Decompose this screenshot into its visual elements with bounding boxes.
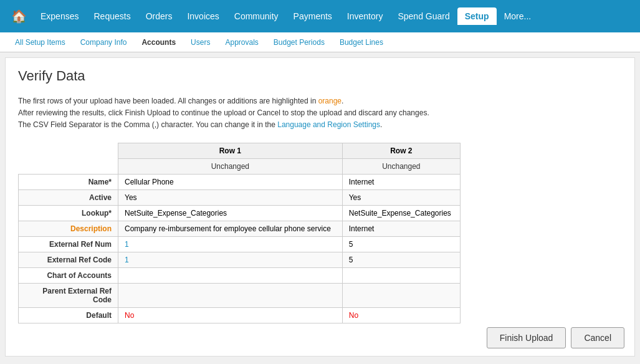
table-corner	[19, 143, 118, 158]
finish-upload-button[interactable]: Finish Upload	[487, 327, 566, 348]
row-label: External Ref Num	[19, 236, 118, 252]
sub-nav-budget-lines[interactable]: Budget Lines	[332, 34, 391, 50]
sub-navigation: All Setup Items Company Info Accounts Us…	[0, 32, 640, 52]
sub-header-empty	[19, 158, 118, 174]
table-row: DefaultNoNo	[19, 307, 461, 323]
cancel-button[interactable]: Cancel	[571, 327, 624, 348]
table-header-row: Row 1 Row 2	[19, 143, 461, 158]
sub-nav-users[interactable]: Users	[183, 34, 217, 50]
language-region-link[interactable]: Language and Region Settings	[277, 120, 380, 129]
nav-item-setup[interactable]: Setup	[457, 7, 497, 25]
info-orange-highlight: orange	[318, 97, 341, 105]
row-col2: Internet	[342, 221, 460, 236]
row-label: Parent External Ref Code	[19, 283, 118, 307]
info-text: The first rows of your upload have been …	[18, 95, 622, 132]
nav-item-requests[interactable]: Requests	[86, 7, 138, 25]
nav-item-expenses[interactable]: Expenses	[33, 7, 86, 25]
col2-header: Row 2	[342, 143, 460, 158]
row-label: Active	[19, 189, 118, 205]
row-col1[interactable]: 1	[118, 252, 343, 267]
col1-link[interactable]: 1	[125, 256, 129, 264]
table-row: Chart of Accounts	[19, 267, 461, 283]
row-col2: 5	[342, 252, 460, 267]
nav-item-inventory[interactable]: Inventory	[340, 7, 391, 25]
top-navigation: 🏠 Expenses Requests Orders Invoices Comm…	[0, 0, 640, 32]
row-col2	[342, 283, 460, 307]
sub-nav-approvals[interactable]: Approvals	[217, 34, 265, 50]
sub-nav-accounts[interactable]: Accounts	[134, 34, 183, 50]
row-label: Lookup*	[19, 205, 118, 221]
nav-item-orders[interactable]: Orders	[138, 7, 180, 25]
row-col1[interactable]: 1	[118, 236, 343, 252]
table-row: Name*Cellular PhoneInternet	[19, 174, 461, 189]
col2-sub-header: Unchanged	[342, 158, 460, 174]
info-line2: After reviewing the results, click Finis…	[18, 108, 429, 117]
row-col1	[118, 267, 343, 283]
nav-item-community[interactable]: Community	[227, 7, 286, 25]
sub-nav-budget-periods[interactable]: Budget Periods	[266, 34, 332, 50]
row-col2: NetSuite_Expense_Categories	[342, 205, 460, 221]
bottom-bar: Finish Upload Cancel	[487, 327, 624, 348]
col1-link[interactable]: 1	[125, 240, 129, 249]
verify-data-table: Row 1 Row 2 Unchanged Unchanged Name*Cel…	[18, 143, 461, 323]
row-col1: Cellular Phone	[118, 174, 343, 189]
page-title: Verify Data	[18, 68, 622, 84]
col1-header: Row 1	[118, 143, 343, 158]
row-label: Default	[19, 307, 118, 323]
info-line1-start: The first rows of your upload have been …	[18, 97, 318, 105]
info-line3-start: The CSV Field Separator is the Comma (,)…	[18, 120, 277, 129]
row-col1	[118, 283, 343, 307]
table-row: DescriptionCompany re-imbursement for em…	[19, 221, 461, 236]
nav-item-spend-guard[interactable]: Spend Guard	[390, 7, 457, 25]
row-col1: No	[118, 307, 343, 323]
table-row: External Ref Code15	[19, 252, 461, 267]
row-label: Chart of Accounts	[19, 267, 118, 283]
row-col1: Yes	[118, 189, 343, 205]
row-col2: Internet	[342, 174, 460, 189]
nav-item-more[interactable]: More...	[497, 7, 539, 25]
info-line1-end: .	[341, 97, 343, 105]
nav-item-invoices[interactable]: Invoices	[179, 7, 226, 25]
home-button[interactable]: 🏠	[5, 5, 33, 27]
table-row: Parent External Ref Code	[19, 283, 461, 307]
row-col2: 5	[342, 236, 460, 252]
main-content: Verify Data The first rows of your uploa…	[5, 57, 635, 357]
info-line3-end: .	[380, 120, 382, 129]
row-col1: NetSuite_Expense_Categories	[118, 205, 343, 221]
col1-sub-header: Unchanged	[118, 158, 343, 174]
table-sub-header-row: Unchanged Unchanged	[19, 158, 461, 174]
table-row: External Ref Num15	[19, 236, 461, 252]
table-row: Lookup*NetSuite_Expense_CategoriesNetSui…	[19, 205, 461, 221]
row-col2: Yes	[342, 189, 460, 205]
table-row: ActiveYesYes	[19, 189, 461, 205]
row-label: Description	[19, 221, 118, 236]
sub-nav-company-info[interactable]: Company Info	[73, 34, 135, 50]
sub-nav-all-setup[interactable]: All Setup Items	[7, 34, 73, 50]
row-label: Name*	[19, 174, 118, 189]
nav-item-payments[interactable]: Payments	[286, 7, 340, 25]
row-col1: Company re-imbursement for employee cell…	[118, 221, 343, 236]
row-col2: No	[342, 307, 460, 323]
row-col2	[342, 267, 460, 283]
row-label: External Ref Code	[19, 252, 118, 267]
